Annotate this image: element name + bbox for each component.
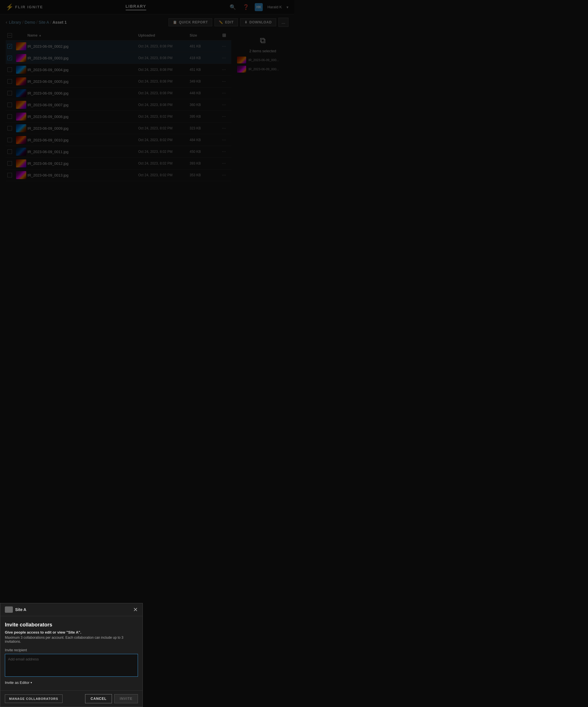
selected-item: IR_2023-06-09_000... <box>237 57 288 63</box>
row-checkbox[interactable]: ✓ <box>7 56 12 60</box>
row-menu-button[interactable]: ··· <box>218 172 230 178</box>
breadcrumb-demo[interactable]: Demo <box>25 20 35 25</box>
breadcrumb-library[interactable]: Library <box>9 20 21 25</box>
file-size: 451 KB <box>189 68 218 72</box>
row-checkbox[interactable] <box>7 161 12 166</box>
user-dropdown-icon[interactable]: ▾ <box>286 5 288 9</box>
row-menu-button[interactable]: ··· <box>218 161 230 166</box>
row-checkbox[interactable] <box>7 126 12 131</box>
table-row[interactable]: IR_2023-06-09_0008.jpg Oct 24, 2023, 8:0… <box>6 111 231 123</box>
row-checkbox[interactable] <box>7 79 12 84</box>
file-thumbnail <box>16 112 26 121</box>
file-size: 448 KB <box>189 91 218 95</box>
select-all-checkbox[interactable]: — <box>7 33 12 38</box>
table-row[interactable]: IR_2023-06-09_0007.jpg Oct 24, 2023, 8:0… <box>6 99 231 111</box>
file-date: Oct 24, 2023, 8:08 PM <box>138 79 189 83</box>
row-checkbox[interactable] <box>7 103 12 107</box>
table-row[interactable]: ✓ IR_2023-06-09_0003.jpg Oct 24, 2023, 8… <box>6 52 231 64</box>
row-menu-button[interactable]: ··· <box>218 149 230 154</box>
edit-icon: ✏️ <box>219 20 223 24</box>
table-row[interactable]: IR_2023-06-09_0005.jpg Oct 24, 2023, 8:0… <box>6 76 231 88</box>
row-menu-button[interactable]: ··· <box>218 102 230 107</box>
file-thumbnail <box>16 42 26 50</box>
search-button[interactable]: 🔍 <box>229 3 237 11</box>
table-row[interactable]: IR_2023-06-09_0012.jpg Oct 24, 2023, 8:0… <box>6 158 231 169</box>
breadcrumb-sep-2: / <box>36 20 37 25</box>
row-checkbox[interactable] <box>7 138 12 142</box>
table-row[interactable]: IR_2023-06-09_0006.jpg Oct 24, 2023, 8:0… <box>6 88 231 99</box>
file-date: Oct 24, 2023, 8:08 PM <box>138 68 189 72</box>
file-size: 349 KB <box>189 79 218 83</box>
file-date: Oct 24, 2023, 8:02 PM <box>138 173 189 177</box>
row-checkbox[interactable]: ✓ <box>7 44 12 48</box>
col-size-header: Size <box>189 33 218 37</box>
sort-icon: ▲ <box>39 34 41 37</box>
table-row[interactable]: IR_2023-06-09_0004.jpg Oct 24, 2023, 8:0… <box>6 64 231 76</box>
file-date: Oct 24, 2023, 8:08 PM <box>138 91 189 95</box>
main-nav: LIBRARY <box>43 4 229 10</box>
file-name: IR_2023-06-09_0004.jpg <box>27 68 138 72</box>
quick-report-icon: 📋 <box>173 20 177 24</box>
file-date: Oct 24, 2023, 8:08 PM <box>138 103 189 107</box>
more-button[interactable]: ... <box>278 18 288 27</box>
row-menu-button[interactable]: ··· <box>218 137 230 142</box>
breadcrumb-sep-1: / <box>22 20 24 25</box>
file-name: IR_2023-06-09_0005.jpg <box>27 79 138 84</box>
file-thumbnail <box>16 171 26 179</box>
file-name: IR_2023-06-09_0010.jpg <box>27 138 138 142</box>
file-thumbnail <box>16 77 26 86</box>
file-size: 353 KB <box>189 173 218 177</box>
download-button[interactable]: ⬇ DOWNLOAD <box>240 18 276 26</box>
row-checkbox[interactable] <box>7 149 12 154</box>
breadcrumb-sitea[interactable]: Site A <box>39 20 49 25</box>
col-grid-icon[interactable]: ⊞ <box>218 33 230 38</box>
file-size: 393 KB <box>189 161 218 165</box>
table-row[interactable]: IR_2023-06-09_0013.jpg Oct 24, 2023, 8:0… <box>6 169 231 181</box>
selected-item-name: IR_2023-06-09_000... <box>248 58 279 62</box>
selected-thumbs: IR_2023-06-09_000... IR_2023-06-09_000..… <box>237 57 288 73</box>
row-menu-button[interactable]: ··· <box>218 44 230 49</box>
row-menu-button[interactable]: ··· <box>218 91 230 96</box>
row-checkbox[interactable] <box>7 173 12 177</box>
row-checkbox[interactable] <box>7 114 12 119</box>
selected-item-name: IR_2023-06-09_000... <box>248 67 279 71</box>
file-name: IR_2023-06-09_0012.jpg <box>27 161 138 166</box>
app-header: ⚡ FLIR IGNITE LIBRARY 🔍 ❓ HK Harald K ▾ <box>0 0 294 14</box>
row-checkbox[interactable] <box>7 91 12 95</box>
table-header: — Name ▲ Uploaded Size ⊞ <box>6 30 231 40</box>
table-row[interactable]: IR_2023-06-09_0011.jpg Oct 24, 2023, 8:0… <box>6 146 231 158</box>
back-button[interactable]: ‹ <box>6 20 7 25</box>
file-size: 481 KB <box>189 44 218 48</box>
file-name: IR_2023-06-09_0003.jpg <box>27 56 138 60</box>
nav-library[interactable]: LIBRARY <box>126 4 146 10</box>
file-name: IR_2023-06-09_0011.jpg <box>27 150 138 154</box>
file-size: 360 KB <box>189 103 218 107</box>
table-row[interactable]: IR_2023-06-09_0009.jpg Oct 24, 2023, 8:0… <box>6 123 231 134</box>
quick-report-button[interactable]: 📋 QUICK REPORT <box>169 18 212 26</box>
row-menu-button[interactable]: ··· <box>218 126 230 131</box>
file-thumbnail <box>16 136 26 144</box>
help-button[interactable]: ❓ <box>242 3 250 11</box>
edit-label: EDIT <box>225 20 234 24</box>
col-name-header[interactable]: Name ▲ <box>27 33 138 37</box>
file-size: 418 KB <box>189 56 218 60</box>
file-date: Oct 24, 2023, 8:02 PM <box>138 114 189 119</box>
row-menu-button[interactable]: ··· <box>218 114 230 119</box>
avatar: HK <box>255 3 263 11</box>
file-date: Oct 24, 2023, 8:02 PM <box>138 161 189 165</box>
user-name: Harald K <box>267 5 282 9</box>
row-menu-button[interactable]: ··· <box>218 79 230 84</box>
selected-item: IR_2023-06-09_000... <box>237 66 288 73</box>
selected-mini-thumb <box>237 57 246 63</box>
row-menu-button[interactable]: ··· <box>218 67 230 72</box>
row-checkbox[interactable] <box>7 67 12 72</box>
edit-button[interactable]: ✏️ EDIT <box>214 18 238 26</box>
table-row[interactable]: IR_2023-06-09_0010.jpg Oct 24, 2023, 8:0… <box>6 134 231 146</box>
table-row[interactable]: ✓ IR_2023-06-09_0002.jpg Oct 24, 2023, 8… <box>6 40 231 52</box>
file-date: Oct 24, 2023, 8:08 PM <box>138 44 189 48</box>
row-menu-button[interactable]: ··· <box>218 56 230 61</box>
file-size: 450 KB <box>189 150 218 154</box>
col-uploaded-header: Uploaded <box>138 33 189 37</box>
breadcrumb-current: Asset 1 <box>53 20 67 25</box>
file-date: Oct 24, 2023, 8:02 PM <box>138 138 189 142</box>
